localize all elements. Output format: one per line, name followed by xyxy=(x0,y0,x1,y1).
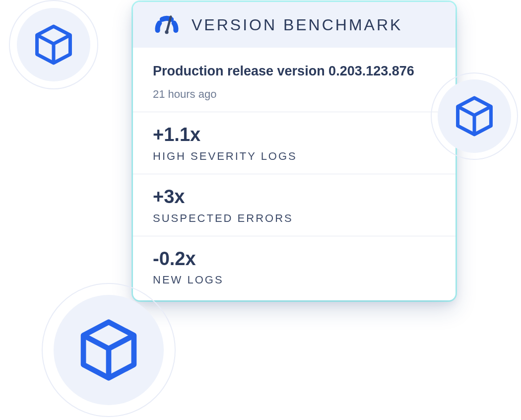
metric-row: +1.1x HIGH SEVERITY LOGS xyxy=(133,112,456,174)
cube-badge-bottom-left xyxy=(42,283,176,417)
release-timestamp: 21 hours ago xyxy=(153,88,436,101)
cube-badge-top-left xyxy=(9,0,98,89)
badge-inner-circle xyxy=(17,8,90,81)
cube-icon xyxy=(75,317,142,383)
card-header: VERSION BENCHMARK xyxy=(133,2,456,48)
metric-label: HIGH SEVERITY LOGS xyxy=(153,150,436,163)
cube-icon xyxy=(32,23,75,67)
badge-inner-circle xyxy=(54,295,164,405)
cube-badge-right xyxy=(431,72,518,160)
metric-value: +1.1x xyxy=(153,124,436,146)
metric-value: +3x xyxy=(153,186,436,208)
version-benchmark-card: VERSION BENCHMARK Production release ver… xyxy=(133,2,456,300)
metric-label: NEW LOGS xyxy=(153,274,436,286)
badge-inner-circle xyxy=(438,79,511,153)
release-name: Production release version 0.203.123.876 xyxy=(153,62,436,81)
gauge-icon xyxy=(153,14,181,36)
metric-value: -0.2x xyxy=(153,248,436,270)
card-title: VERSION BENCHMARK xyxy=(192,16,402,34)
svg-point-0 xyxy=(165,30,168,34)
release-info: Production release version 0.203.123.876… xyxy=(133,48,456,112)
metric-row: -0.2x NEW LOGS xyxy=(133,236,456,301)
metric-row: +3x SUSPECTED ERRORS xyxy=(133,174,456,236)
cube-icon xyxy=(453,94,496,138)
metric-label: SUSPECTED ERRORS xyxy=(153,212,436,225)
